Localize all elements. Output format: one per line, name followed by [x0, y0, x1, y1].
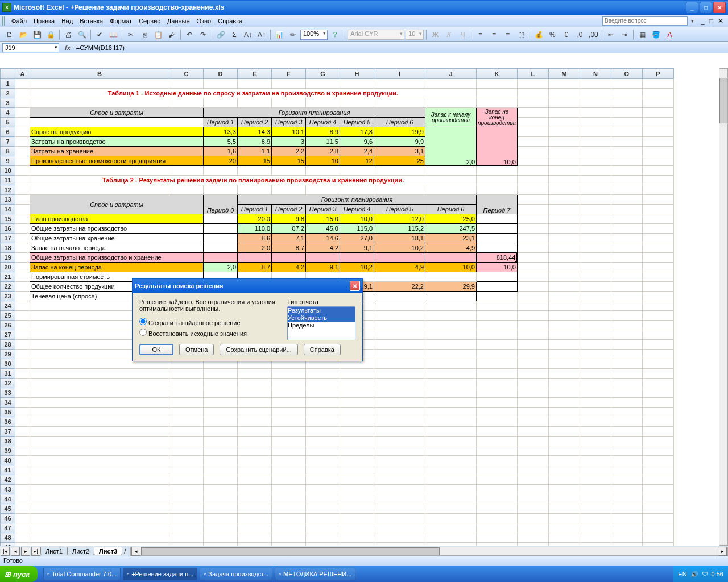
cell-K41[interactable]: [477, 465, 518, 475]
cell-P35[interactable]: [642, 408, 673, 417]
cell-J31[interactable]: [425, 369, 477, 379]
cell-B11[interactable]: Таблица 2 - Результаты решения задачи по…: [30, 176, 477, 185]
cell-G9[interactable]: 10: [306, 156, 340, 166]
cell-O10[interactable]: [611, 166, 642, 176]
cell-K37[interactable]: [477, 427, 518, 436]
cell-N20[interactable]: [580, 263, 611, 272]
cell-J24[interactable]: [425, 301, 477, 311]
name-box[interactable]: J19: [2, 43, 59, 52]
cell-I19[interactable]: [374, 253, 425, 263]
cell-M31[interactable]: [548, 369, 580, 379]
cell-A45[interactable]: [15, 504, 30, 514]
font-size-combo[interactable]: 10: [406, 30, 424, 40]
cell-K16[interactable]: [477, 224, 518, 234]
cell-J20[interactable]: 10,0: [425, 263, 477, 272]
cell-M38[interactable]: [548, 436, 580, 446]
cell-D37[interactable]: [204, 427, 238, 436]
spreadsheet-grid[interactable]: ABCDEFGHIJKLMNOP12Таблица 1 - Исходные д…: [0, 68, 728, 552]
cell-M46[interactable]: [548, 514, 580, 523]
cell-P9[interactable]: [642, 156, 673, 166]
cell-I29[interactable]: [374, 350, 425, 359]
cell-L37[interactable]: [517, 427, 548, 436]
cell-L6[interactable]: [517, 127, 548, 137]
cell-L41[interactable]: [517, 465, 548, 475]
cell-P5[interactable]: [642, 118, 673, 127]
cell-K40[interactable]: [477, 456, 518, 465]
cell-C1[interactable]: [169, 79, 204, 89]
cell-O26[interactable]: [611, 321, 642, 330]
cell-M47[interactable]: [548, 523, 580, 533]
cell-H35[interactable]: [340, 408, 374, 417]
cell-I20[interactable]: 4,9: [374, 263, 425, 272]
cell-P46[interactable]: [642, 514, 673, 523]
cell-M14[interactable]: [548, 205, 580, 214]
cell-F37[interactable]: [272, 427, 306, 436]
cell-P26[interactable]: [642, 321, 673, 330]
cell-L48[interactable]: [517, 533, 548, 543]
cell-A11[interactable]: [15, 176, 30, 185]
cell-N19[interactable]: [580, 253, 611, 263]
row-header-46[interactable]: 46: [1, 514, 15, 523]
cell-K30[interactable]: [477, 359, 518, 369]
cell-L15[interactable]: [517, 214, 548, 224]
cell-D36[interactable]: [204, 417, 238, 427]
cell-H10[interactable]: [340, 166, 374, 176]
cell-J41[interactable]: [425, 465, 477, 475]
preview-icon[interactable]: 🔍: [76, 28, 88, 41]
ok-button[interactable]: ОК: [139, 344, 173, 355]
cell-K28[interactable]: [477, 340, 518, 350]
cell-O31[interactable]: [611, 369, 642, 379]
cell-I8[interactable]: 3,1: [374, 147, 425, 156]
cell-I22[interactable]: 22,2: [374, 282, 425, 292]
cell-E19[interactable]: [238, 253, 272, 263]
row-header-27[interactable]: 27: [1, 330, 15, 340]
cell-G1[interactable]: [306, 79, 340, 89]
cell-I7[interactable]: 9,9: [374, 137, 425, 147]
cell-O16[interactable]: [611, 224, 642, 234]
cell-F38[interactable]: [272, 436, 306, 446]
cell-I41[interactable]: [374, 465, 425, 475]
cell-N15[interactable]: [580, 214, 611, 224]
cell-O46[interactable]: [611, 514, 642, 523]
cell-L34[interactable]: [517, 398, 548, 408]
cell-G37[interactable]: [306, 427, 340, 436]
cell-G19[interactable]: [306, 253, 340, 263]
report-type-list[interactable]: Результаты Устойчивость Пределы: [287, 306, 355, 340]
row-header-10[interactable]: 10: [1, 166, 15, 176]
cell-A44[interactable]: [15, 494, 30, 504]
cell-M22[interactable]: [548, 282, 580, 292]
cell-P44[interactable]: [642, 494, 673, 504]
cell-G46[interactable]: [306, 514, 340, 523]
cell-A33[interactable]: [15, 388, 30, 398]
paste-icon[interactable]: 📋: [152, 28, 164, 41]
cell-O15[interactable]: [611, 214, 642, 224]
cell-D39[interactable]: [204, 446, 238, 456]
close-button[interactable]: ✕: [713, 2, 726, 13]
cell-E15[interactable]: 20,0: [238, 214, 272, 224]
cell-O45[interactable]: [611, 504, 642, 514]
sheet-tab-Лист1[interactable]: Лист1: [40, 547, 68, 555]
cell-M9[interactable]: [548, 156, 580, 166]
cell-L31[interactable]: [517, 369, 548, 379]
cell-K22[interactable]: [477, 282, 518, 292]
cell-G3[interactable]: [306, 98, 340, 108]
cell-I24[interactable]: [374, 301, 425, 311]
cell-L9[interactable]: [517, 156, 548, 166]
cell-G12[interactable]: [306, 185, 340, 195]
cell-E32[interactable]: [238, 379, 272, 388]
row-header-43[interactable]: 43: [1, 485, 15, 494]
cell-D34[interactable]: [204, 398, 238, 408]
cell-J32[interactable]: [425, 379, 477, 388]
cell-J39[interactable]: [425, 446, 477, 456]
cell-O19[interactable]: [611, 253, 642, 263]
print-icon[interactable]: 🖨: [62, 28, 75, 41]
underline-icon[interactable]: Ч: [456, 28, 469, 41]
cell-D45[interactable]: [204, 504, 238, 514]
cell-G10[interactable]: [306, 166, 340, 176]
cell-G33[interactable]: [306, 388, 340, 398]
cell-K44[interactable]: [477, 494, 518, 504]
cell-O39[interactable]: [611, 446, 642, 456]
cell-B1[interactable]: [30, 79, 169, 89]
cell-E33[interactable]: [238, 388, 272, 398]
cell-F42[interactable]: [272, 475, 306, 485]
